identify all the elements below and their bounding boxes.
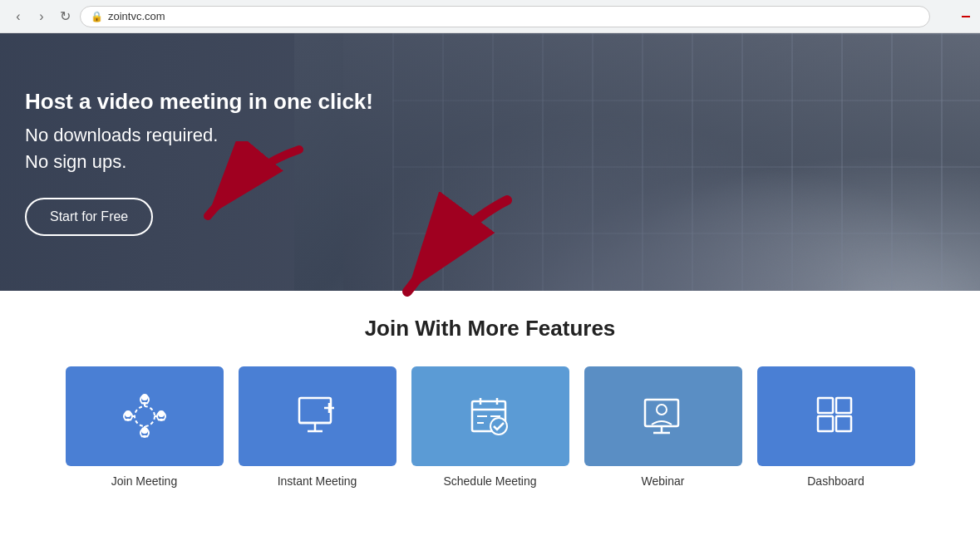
svg-rect-34 [836, 398, 851, 413]
hero-headline: Host a video meeting in one click! [25, 88, 465, 116]
webinar-icon-box[interactable] [584, 366, 742, 466]
reload-button[interactable]: ↻ [57, 8, 73, 25]
join-meeting-icon [120, 391, 170, 441]
webinar-icon [638, 391, 688, 441]
url-display: zointvc.com [108, 10, 165, 22]
schedule-meeting-icon [465, 391, 515, 441]
browser-chrome: ‹ › ↻ 🔒 zointvc.com [0, 0, 980, 33]
schedule-meeting-label: Schedule Meeting [443, 474, 536, 488]
svg-point-2 [135, 406, 155, 426]
join-meeting-icon-box[interactable] [66, 366, 224, 466]
dashboard-label: Dashboard [807, 474, 864, 488]
svg-rect-36 [836, 416, 851, 431]
svg-point-14 [142, 428, 147, 433]
feature-schedule-meeting[interactable]: Schedule Meeting [407, 366, 574, 488]
svg-point-12 [142, 395, 147, 400]
start-free-button[interactable]: Start for Free [25, 198, 153, 236]
browser-controls [937, 8, 970, 25]
svg-rect-35 [818, 416, 833, 431]
hero-content: Host a video meeting in one click! No do… [0, 33, 490, 291]
webinar-label: Webinar [642, 474, 685, 488]
feature-join-meeting[interactable]: Join Meeting [62, 366, 228, 488]
hero-sub2: No sign ups. [25, 151, 465, 173]
hero-section: Host a video meeting in one click! No do… [0, 33, 980, 291]
features-section: Join With More Features [0, 291, 980, 504]
svg-rect-15 [299, 398, 331, 423]
dashboard-icon [811, 391, 861, 441]
svg-point-13 [159, 411, 164, 416]
feature-webinar[interactable]: Webinar [580, 366, 746, 488]
features-grid: Join Meeting Instant Meeting [0, 366, 980, 488]
dashboard-icon-box[interactable] [757, 366, 915, 466]
feature-instant-meeting[interactable]: Instant Meeting [234, 366, 401, 488]
forward-button[interactable]: › [33, 8, 50, 25]
svg-rect-29 [645, 400, 678, 426]
features-title: Join With More Features [0, 316, 980, 341]
svg-point-30 [657, 405, 667, 415]
svg-point-11 [126, 411, 131, 416]
instant-meeting-icon [293, 391, 342, 441]
back-button[interactable]: ‹ [10, 8, 27, 25]
feature-dashboard[interactable]: Dashboard [753, 366, 919, 488]
schedule-meeting-icon-box[interactable] [411, 366, 569, 466]
hero-sub1: No downloads required. [25, 125, 465, 146]
svg-rect-33 [818, 398, 833, 413]
instant-meeting-icon-box[interactable] [239, 366, 396, 466]
svg-point-28 [490, 418, 507, 435]
instant-meeting-label: Instant Meeting [278, 474, 357, 488]
address-bar[interactable]: 🔒 zointvc.com [80, 6, 930, 27]
join-meeting-label: Join Meeting [111, 474, 177, 488]
